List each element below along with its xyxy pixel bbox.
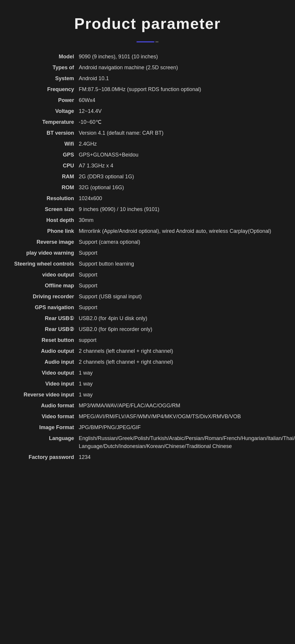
param-value: -10~60℃ — [76, 117, 295, 128]
param-label: Reset button — [12, 335, 76, 346]
param-label: RAM — [12, 171, 76, 182]
param-value: 1 way — [76, 389, 295, 400]
table-row: video outputSupport — [12, 269, 295, 280]
param-value: 1234 — [76, 452, 295, 463]
param-value: Android 10.1 — [76, 73, 295, 84]
param-value: English/Russian/Greek/Polish/Turkish/Ara… — [76, 433, 295, 452]
param-label: Rear USB① — [12, 313, 76, 324]
param-label: Audio input — [12, 357, 76, 368]
divider — [12, 41, 283, 42]
table-row: Host depth30mm — [12, 215, 295, 226]
table-row: Types ofAndroid navigation machine (2.5D… — [12, 62, 295, 73]
param-value: support — [76, 335, 295, 346]
param-label: Steering wheel controls — [12, 258, 76, 269]
table-row: SystemAndroid 10.1 — [12, 73, 295, 84]
param-label: Voltage — [12, 106, 76, 117]
param-value: MP3/WMA/WAV/APE/FLAC/AAC/OGG/RM — [76, 400, 295, 411]
param-label: Offline map — [12, 280, 76, 291]
params-table: Model9090 (9 inches), 9101 (10 inches)Ty… — [12, 51, 295, 463]
param-label: CPU — [12, 160, 76, 171]
param-label: play video warning — [12, 248, 76, 258]
table-row: LanguageEnglish/Russian/Greek/Polish/Tur… — [12, 433, 295, 452]
param-label: Factory password — [12, 452, 76, 463]
param-label: Host depth — [12, 215, 76, 226]
table-row: Audio output2 channels (left channel + r… — [12, 346, 295, 357]
param-label: Rear USB② — [12, 324, 76, 335]
param-label: Model — [12, 51, 76, 62]
param-value: 60Wx4 — [76, 95, 295, 106]
param-value: 2 channels (left channel + right channel… — [76, 346, 295, 357]
table-row: Factory password1234 — [12, 452, 295, 463]
table-row: Audio formatMP3/WMA/WAV/APE/FLAC/AAC/OGG… — [12, 400, 295, 411]
param-label: Phone link — [12, 226, 76, 237]
table-row: Voltage12~14.4V — [12, 106, 295, 117]
param-value: USB2.0 (for 6pin recorder only) — [76, 324, 295, 335]
table-row: Video input1 way — [12, 378, 295, 389]
param-value: 32G (optional 16G) — [76, 182, 295, 193]
param-value: 2 channels (left channel + right channel… — [76, 357, 295, 368]
table-row: ROM32G (optional 16G) — [12, 182, 295, 193]
param-label: Video format — [12, 411, 76, 422]
param-label: Power — [12, 95, 76, 106]
table-row: Offline mapSupport — [12, 280, 295, 291]
param-label: GPS — [12, 149, 76, 160]
param-label: Video input — [12, 378, 76, 389]
param-label: System — [12, 73, 76, 84]
page-title: Product parameter — [12, 6, 283, 38]
table-row: Rear USB①USB2.0 (for 4pin U disk only) — [12, 313, 295, 324]
param-label: Frequency — [12, 84, 76, 95]
table-row: Phone linkMirrorlink (Apple/Android opti… — [12, 226, 295, 237]
param-value: Support (camera optional) — [76, 237, 295, 248]
table-row: Resolution1024x600 — [12, 193, 295, 204]
param-value: Support — [76, 248, 295, 258]
param-label: Wifi — [12, 139, 76, 149]
table-row: BT versionVersion 4.1 (default name: CAR… — [12, 128, 295, 139]
param-label: Reverse image — [12, 237, 76, 248]
param-value: Version 4.1 (default name: CAR BT) — [76, 128, 295, 139]
param-value: Mirrorlink (Apple/Android optional), wir… — [76, 226, 295, 237]
table-row: FrequencyFM:87.5~108.0MHz (support RDS f… — [12, 84, 295, 95]
param-label: Audio output — [12, 346, 76, 357]
param-value: 12~14.4V — [76, 106, 295, 117]
param-value: 2.4GHz — [76, 139, 295, 149]
param-label: Resolution — [12, 193, 76, 204]
param-label: Temperature — [12, 117, 76, 128]
param-value: FM:87.5~108.0MHz (support RDS function o… — [76, 84, 295, 95]
divider-blue — [137, 41, 154, 42]
param-label: Reverse video input — [12, 389, 76, 400]
table-row: CPUA7 1.3GHz x 4 — [12, 160, 295, 171]
param-value: GPS+GLONASS+Beidou — [76, 149, 295, 160]
table-row: Model9090 (9 inches), 9101 (10 inches) — [12, 51, 295, 62]
param-label: Image Format — [12, 422, 76, 433]
param-value: 1024x600 — [76, 193, 295, 204]
table-row: Steering wheel controlsSupport button le… — [12, 258, 295, 269]
param-value: 9090 (9 inches), 9101 (10 inches) — [76, 51, 295, 62]
table-row: Audio input2 channels (left channel + ri… — [12, 357, 295, 368]
param-label: GPS navigation — [12, 302, 76, 313]
table-row: Image FormatJPG/BMP/PNG/JPEG/GIF — [12, 422, 295, 433]
table-row: play video warningSupport — [12, 248, 295, 258]
table-row: Power60Wx4 — [12, 95, 295, 106]
table-row: Reset buttonsupport — [12, 335, 295, 346]
divider-dark — [155, 41, 158, 42]
table-row: Video formatMPEG/AVI/RM/FLV/ASF/WMV/MP4/… — [12, 411, 295, 422]
param-value: USB2.0 (for 4pin U disk only) — [76, 313, 295, 324]
param-label: Audio format — [12, 400, 76, 411]
param-value: Support (USB signal input) — [76, 291, 295, 302]
param-label: Language — [12, 433, 76, 452]
param-label: BT version — [12, 128, 76, 139]
table-row: Temperature-10~60℃ — [12, 117, 295, 128]
page-container: Product parameter Model9090 (9 inches), … — [0, 0, 295, 480]
param-value: Support — [76, 302, 295, 313]
param-value: Support button learning — [76, 258, 295, 269]
table-row: Reverse imageSupport (camera optional) — [12, 237, 295, 248]
table-row: Video output1 way — [12, 368, 295, 378]
param-value: JPG/BMP/PNG/JPEG/GIF — [76, 422, 295, 433]
table-row: GPS navigationSupport — [12, 302, 295, 313]
table-row: Driving recorderSupport (USB signal inpu… — [12, 291, 295, 302]
param-label: Video output — [12, 368, 76, 378]
param-value: 1 way — [76, 368, 295, 378]
param-value: Android navigation machine (2.5D screen) — [76, 62, 295, 73]
param-value: 1 way — [76, 378, 295, 389]
table-row: Reverse video input1 way — [12, 389, 295, 400]
